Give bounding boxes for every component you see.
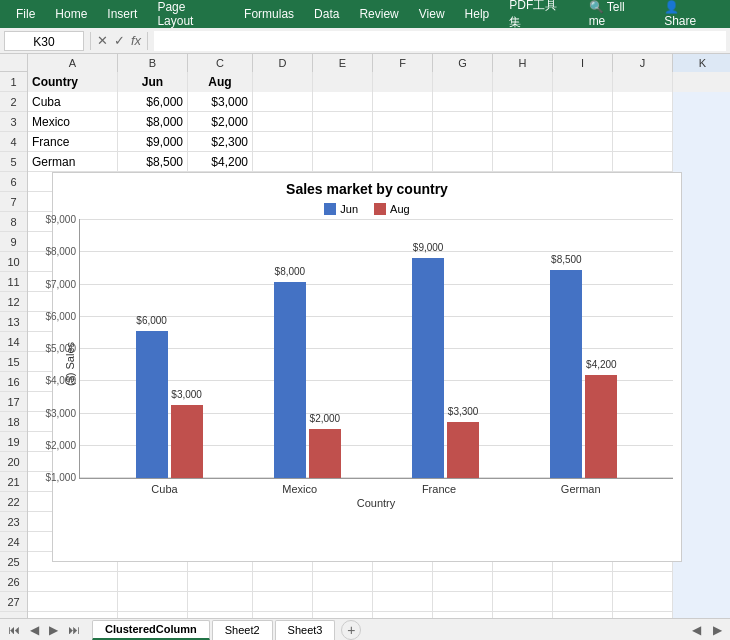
col-header-k[interactable]: K — [673, 54, 730, 72]
cell-a1[interactable]: Country — [28, 72, 118, 92]
cell-e-27[interactable] — [313, 592, 373, 612]
tab-nav-prev[interactable]: ◀ — [26, 621, 43, 639]
cancel-icon[interactable]: ✕ — [97, 33, 108, 48]
cell-h5[interactable] — [493, 152, 553, 172]
cell-h-26[interactable] — [493, 572, 553, 592]
cell-e1[interactable] — [313, 72, 373, 92]
row-num-28[interactable]: 28 — [0, 612, 27, 618]
menu-view[interactable]: View — [411, 3, 453, 25]
cell-h2[interactable] — [493, 92, 553, 112]
menu-page-layout[interactable]: Page Layout — [149, 0, 232, 32]
row-num-20[interactable]: 20 — [0, 452, 27, 472]
row-num-5[interactable]: 5 — [0, 152, 27, 172]
col-header-b[interactable]: B — [118, 54, 188, 72]
tab-nav-next[interactable]: ▶ — [45, 621, 62, 639]
cell-b-27[interactable] — [118, 592, 188, 612]
tab-sheet3[interactable]: Sheet3 — [275, 620, 336, 640]
row-num-8[interactable]: 8 — [0, 212, 27, 232]
name-box[interactable]: K30 — [4, 31, 84, 51]
cell-f-28[interactable] — [373, 612, 433, 618]
cell-i-28[interactable] — [553, 612, 613, 618]
cell-a-26[interactable] — [28, 572, 118, 592]
scroll-right[interactable]: ▶ — [709, 621, 726, 639]
cell-f-27[interactable] — [373, 592, 433, 612]
cell-e5[interactable] — [313, 152, 373, 172]
cell-d-28[interactable] — [253, 612, 313, 618]
row-num-12[interactable]: 12 — [0, 292, 27, 312]
cell-j-26[interactable] — [613, 572, 673, 592]
confirm-icon[interactable]: ✓ — [114, 33, 125, 48]
cell-c-27[interactable] — [188, 592, 253, 612]
menu-share[interactable]: 👤 Share — [656, 0, 722, 32]
row-num-16[interactable]: 16 — [0, 372, 27, 392]
cell-c-26[interactable] — [188, 572, 253, 592]
cell-j3[interactable] — [613, 112, 673, 132]
cell-e4[interactable] — [313, 132, 373, 152]
cell-f2[interactable] — [373, 92, 433, 112]
cell-j2[interactable] — [613, 92, 673, 112]
cell-d2[interactable] — [253, 92, 313, 112]
cell-j5[interactable] — [613, 152, 673, 172]
col-header-a[interactable]: A — [28, 54, 118, 72]
row-num-9[interactable]: 9 — [0, 232, 27, 252]
cell-i-26[interactable] — [553, 572, 613, 592]
cell-e-26[interactable] — [313, 572, 373, 592]
cell-d-26[interactable] — [253, 572, 313, 592]
cell-a3[interactable]: Mexico — [28, 112, 118, 132]
col-header-i[interactable]: I — [553, 54, 613, 72]
cell-k4[interactable] — [673, 132, 730, 152]
row-num-21[interactable]: 21 — [0, 472, 27, 492]
chart-area[interactable]: Sales market by country Jun Aug ($) Sale… — [52, 172, 682, 562]
cell-i4[interactable] — [553, 132, 613, 152]
cell-f4[interactable] — [373, 132, 433, 152]
cell-d-27[interactable] — [253, 592, 313, 612]
col-header-h[interactable]: H — [493, 54, 553, 72]
cell-g1[interactable] — [433, 72, 493, 92]
cell-c3[interactable]: $2,000 — [188, 112, 253, 132]
row-num-18[interactable]: 18 — [0, 412, 27, 432]
menu-data[interactable]: Data — [306, 3, 347, 25]
row-num-17[interactable]: 17 — [0, 392, 27, 412]
cell-g5[interactable] — [433, 152, 493, 172]
cell-c5[interactable]: $4,200 — [188, 152, 253, 172]
row-num-24[interactable]: 24 — [0, 532, 27, 552]
menu-insert[interactable]: Insert — [99, 3, 145, 25]
cell-h-27[interactable] — [493, 592, 553, 612]
cell-k2[interactable] — [673, 92, 730, 112]
cell-b2[interactable]: $6,000 — [118, 92, 188, 112]
cell-h-28[interactable] — [493, 612, 553, 618]
cell-k-26[interactable] — [673, 572, 730, 592]
tab-sheet2[interactable]: Sheet2 — [212, 620, 273, 640]
tab-nav[interactable]: ⏮ ◀ ▶ ⏭ — [4, 621, 84, 639]
cell-i-27[interactable] — [553, 592, 613, 612]
cell-b3[interactable]: $8,000 — [118, 112, 188, 132]
col-header-g[interactable]: G — [433, 54, 493, 72]
cell-e-28[interactable] — [313, 612, 373, 618]
cell-e2[interactable] — [313, 92, 373, 112]
add-sheet-button[interactable]: + — [341, 620, 361, 640]
row-num-1[interactable]: 1 — [0, 72, 27, 92]
menu-formulas[interactable]: Formulas — [236, 3, 302, 25]
row-num-19[interactable]: 19 — [0, 432, 27, 452]
cell-i5[interactable] — [553, 152, 613, 172]
cell-e3[interactable] — [313, 112, 373, 132]
cell-f3[interactable] — [373, 112, 433, 132]
col-header-f[interactable]: F — [373, 54, 433, 72]
cell-f1[interactable] — [373, 72, 433, 92]
row-num-10[interactable]: 10 — [0, 252, 27, 272]
tab-nav-first[interactable]: ⏮ — [4, 621, 24, 639]
formula-input[interactable] — [154, 31, 726, 51]
row-num-7[interactable]: 7 — [0, 192, 27, 212]
scroll-left[interactable]: ◀ — [688, 621, 705, 639]
cell-c4[interactable]: $2,300 — [188, 132, 253, 152]
cell-d4[interactable] — [253, 132, 313, 152]
col-header-d[interactable]: D — [253, 54, 313, 72]
cell-a-28[interactable] — [28, 612, 118, 618]
row-num-2[interactable]: 2 — [0, 92, 27, 112]
row-num-3[interactable]: 3 — [0, 112, 27, 132]
cell-c2[interactable]: $3,000 — [188, 92, 253, 112]
menu-file[interactable]: File — [8, 3, 43, 25]
cell-g-27[interactable] — [433, 592, 493, 612]
cell-d5[interactable] — [253, 152, 313, 172]
cell-g2[interactable] — [433, 92, 493, 112]
